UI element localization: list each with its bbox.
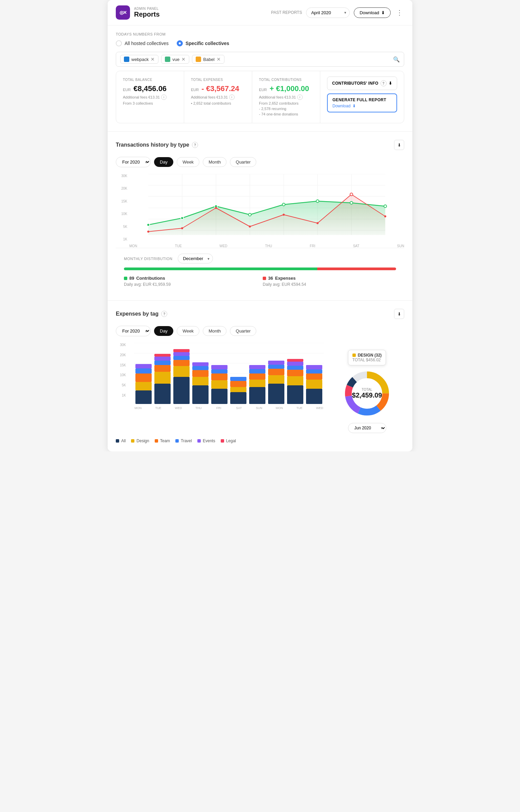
donut-total-value: $2,459.09 — [352, 391, 382, 399]
svg-rect-40 — [154, 372, 171, 384]
legend-all[interactable]: All — [116, 439, 126, 443]
admin-label: ADMIN PANEL — [134, 7, 271, 10]
expenses-month-btn[interactable]: Month — [203, 326, 226, 336]
svg-rect-38 — [135, 364, 152, 368]
transactions-help-icon[interactable]: ? — [192, 142, 198, 148]
transactions-year-select[interactable]: For 2020 For 2019 — [116, 157, 151, 167]
contributions-fee: Additional fees €13.31 i — [259, 94, 313, 100]
radio-all-label: All hosted collectives — [125, 41, 169, 46]
past-reports-label: PAST REPORTS — [271, 10, 302, 15]
expenses-section: Expenses by tag ? ⬇ For 2020 For 2019 Da… — [108, 300, 412, 451]
bar-y-20k: 20K — [116, 353, 126, 357]
download-button[interactable]: Download ⬇ — [354, 7, 391, 18]
legend-legal[interactable]: Legal — [221, 439, 236, 443]
bar-x-sun: SUN — [249, 406, 269, 410]
svg-point-23 — [249, 226, 251, 228]
period-select-wrapper[interactable]: April 2020 March 2020 February 2020 — [306, 7, 350, 18]
contributors-info-button[interactable]: CONTRIBUTORS' INFO ? ⬇ — [327, 77, 397, 90]
transactions-time-controls: For 2020 For 2019 Day Week Month Quarter — [116, 157, 404, 167]
svg-rect-77 — [287, 370, 303, 376]
transactions-quarter-btn[interactable]: Quarter — [230, 157, 256, 167]
svg-rect-50 — [173, 349, 190, 352]
expenses-quarter-btn[interactable]: Quarter — [230, 326, 256, 336]
distribution-bar — [124, 268, 396, 270]
svg-point-13 — [181, 217, 183, 219]
webpack-icon — [124, 57, 129, 62]
svg-rect-44 — [154, 354, 171, 357]
contributions-dot — [124, 277, 127, 280]
y-5k: 5K — [116, 225, 127, 229]
radio-specific-collectives[interactable]: Specific collectives — [177, 40, 229, 46]
expenses-dot — [263, 277, 266, 280]
page-title: Reports — [134, 10, 271, 18]
svg-rect-39 — [154, 384, 171, 404]
expenses-stat-label: Expenses — [275, 276, 296, 281]
expenses-info-icon[interactable]: i — [229, 94, 235, 100]
svg-rect-61 — [230, 392, 246, 404]
x-mon: MON — [129, 244, 137, 248]
webpack-close-button[interactable]: ✕ — [151, 57, 155, 62]
svg-point-25 — [317, 222, 319, 224]
contributors-help-icon[interactable]: ? — [381, 80, 387, 86]
bar-x-tue1: TUE — [148, 406, 169, 410]
balance-fee: Additional fees €13.31 i — [123, 94, 177, 100]
transactions-month-btn[interactable]: Month — [203, 157, 226, 167]
expenses-week-btn[interactable]: Week — [177, 326, 199, 336]
svg-rect-60 — [211, 365, 228, 369]
expenses-stat: 36 Expenses Daily avg: EUR €594.54 — [263, 276, 396, 287]
radio-all-collectives[interactable]: All hosted collectives — [116, 40, 169, 46]
generate-report-button[interactable]: GENERATE FULL REPORT Download ⬇ — [327, 93, 397, 112]
transactions-week-btn[interactable]: Week — [177, 157, 199, 167]
y-10k: 10K — [116, 212, 127, 216]
svg-rect-48 — [173, 356, 190, 360]
legend-team-label: Team — [160, 439, 170, 443]
month-select[interactable]: December November October — [178, 254, 213, 263]
babel-close-button[interactable]: ✕ — [217, 57, 221, 62]
legend-events[interactable]: Events — [197, 439, 215, 443]
svg-rect-53 — [192, 370, 209, 377]
donut-month-wrapper[interactable]: Jun 2020 May 2020 Apr 2020 — [348, 423, 386, 433]
bar-x-thu: THU — [189, 406, 209, 410]
svg-rect-75 — [287, 385, 303, 404]
legend-design[interactable]: Design — [131, 439, 149, 443]
legend-team[interactable]: Team — [155, 439, 170, 443]
design-tooltip: DESIGN (32) TOTAL $456.02 — [348, 350, 386, 365]
svg-rect-80 — [287, 359, 303, 362]
svg-rect-73 — [268, 365, 284, 369]
expenses-chart-header: Expenses by tag ? ⬇ — [116, 309, 404, 319]
expenses-legend: All Design Team Travel Events Legal — [116, 433, 404, 443]
expenses-year-select[interactable]: For 2020 For 2019 — [116, 326, 151, 336]
transactions-download-button[interactable]: ⬇ — [394, 140, 404, 150]
download-label: Download — [360, 10, 379, 15]
more-options-button[interactable]: ⋮ — [395, 7, 404, 18]
header-actions: PAST REPORTS April 2020 March 2020 Febru… — [271, 7, 404, 18]
contributions-info-icon[interactable]: i — [297, 94, 303, 100]
contributions-label: TOTAL CONTRIBUTIONS — [259, 78, 313, 82]
period-select[interactable]: April 2020 March 2020 February 2020 — [306, 7, 350, 18]
y-1k: 1K — [116, 237, 127, 241]
svg-rect-72 — [268, 369, 284, 375]
bar-x-labels: MON TUE WED THU FRI SAT SUN MON TUE WED — [128, 406, 330, 410]
transactions-day-btn[interactable]: Day — [154, 157, 173, 167]
expenses-help-icon[interactable]: ? — [161, 311, 167, 317]
expenses-download-button[interactable]: ⬇ — [394, 309, 404, 319]
donut-month-select[interactable]: Jun 2020 May 2020 Apr 2020 — [348, 423, 386, 433]
filters-section: TODAYS NUMBERS FROM All hosted collectiv… — [108, 25, 412, 71]
search-button[interactable]: 🔍 — [393, 56, 400, 63]
svg-rect-59 — [211, 369, 228, 373]
transactions-year-wrapper[interactable]: For 2020 For 2019 — [116, 157, 151, 167]
legend-design-dot — [131, 439, 134, 443]
vue-close-button[interactable]: ✕ — [181, 57, 186, 62]
svg-point-15 — [248, 213, 251, 216]
balance-info-icon[interactable]: i — [161, 94, 167, 100]
month-select-wrapper[interactable]: December November October — [178, 254, 213, 263]
expenses-year-wrapper[interactable]: For 2020 For 2019 — [116, 326, 151, 336]
expenses-time-controls: For 2020 For 2019 Day Week Month Quarter — [116, 326, 404, 336]
tag-webpack: webpack ✕ — [120, 55, 158, 64]
legend-all-label: All — [121, 439, 126, 443]
legend-travel[interactable]: Travel — [175, 439, 192, 443]
expenses-day-btn[interactable]: Day — [154, 326, 173, 336]
generate-download-icon: ⬇ — [352, 104, 356, 108]
svg-rect-41 — [154, 365, 171, 372]
svg-rect-45 — [173, 377, 190, 404]
